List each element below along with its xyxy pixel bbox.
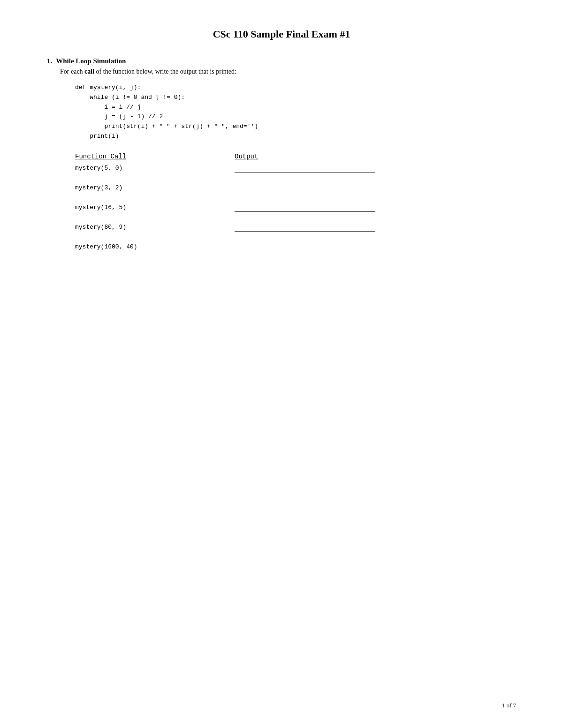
function-call-5: mystery(1600, 40) xyxy=(75,243,235,250)
table-row: mystery(3, 2) xyxy=(75,184,516,192)
page-number: 1 of 7 xyxy=(502,702,516,709)
table-row: mystery(5, 0) xyxy=(75,164,516,173)
question-title: While Loop Simulation xyxy=(56,57,126,65)
question-header: 1. While Loop Simulation xyxy=(47,57,516,65)
question-1: 1. While Loop Simulation For each call o… xyxy=(47,57,516,251)
table-row: mystery(16, 5) xyxy=(75,203,516,212)
instruction-pre: For each xyxy=(60,68,84,75)
output-line-3[interactable] xyxy=(235,203,375,212)
table-row: mystery(1600, 40) xyxy=(75,243,516,251)
instruction-bold: call xyxy=(84,68,94,75)
question-number: 1. xyxy=(47,57,52,65)
table-row: mystery(80, 9) xyxy=(75,223,516,232)
output-line-2[interactable] xyxy=(235,184,375,192)
function-call-2: mystery(3, 2) xyxy=(75,184,235,191)
function-call-3: mystery(16, 5) xyxy=(75,204,235,211)
code-block: def mystery(i, j): while (i != 0 and j !… xyxy=(75,83,516,142)
function-call-4: mystery(80, 9) xyxy=(75,224,235,231)
function-table: Function Call Output mystery(5, 0) myste… xyxy=(75,153,516,251)
table-header-row: Function Call Output xyxy=(75,153,516,160)
output-line-1[interactable] xyxy=(235,164,375,173)
output-line-5[interactable] xyxy=(235,243,375,251)
col-output-label: Output xyxy=(235,153,394,160)
col-function-label: Function Call xyxy=(75,153,235,160)
exam-page: CSc 110 Sample Final Exam #1 1. While Lo… xyxy=(0,0,563,728)
output-line-4[interactable] xyxy=(235,223,375,232)
question-instruction: For each call of the function below, wri… xyxy=(60,68,516,75)
instruction-post: of the function below, write the output … xyxy=(94,68,236,75)
page-title: CSc 110 Sample Final Exam #1 xyxy=(47,28,516,40)
function-call-1: mystery(5, 0) xyxy=(75,165,235,172)
